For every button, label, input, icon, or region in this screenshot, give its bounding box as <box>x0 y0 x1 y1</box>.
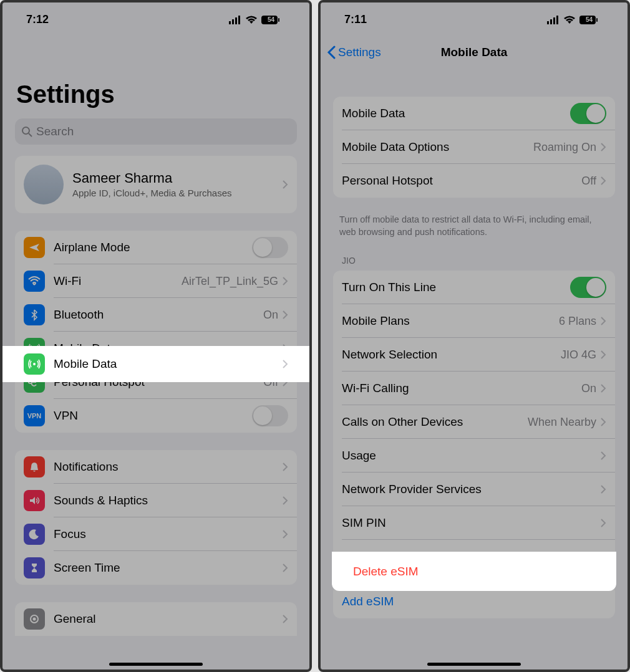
wifi-row[interactable]: Wi-Fi AirTel_TP_Link_5G <box>15 264 297 298</box>
battery-pct: 54 <box>586 16 593 23</box>
vpn-toggle[interactable] <box>252 405 288 426</box>
airplane-icon <box>24 237 45 258</box>
chevron-right-icon <box>282 276 288 286</box>
bluetooth-row[interactable]: Bluetooth On <box>15 298 297 332</box>
hourglass-icon <box>24 557 45 578</box>
row-label: Focus <box>54 527 282 541</box>
calls-other-devices-row[interactable]: Calls on Other Devices When Nearby <box>333 405 615 439</box>
vpn-row[interactable]: VPN VPN <box>15 399 297 433</box>
general-group: General <box>15 602 297 636</box>
status-bar: 7:11 54 <box>321 2 628 37</box>
row-label: Sounds & Haptics <box>54 494 282 507</box>
screen-time-row[interactable]: Screen Time <box>15 551 297 585</box>
row-value: 6 Plans <box>559 315 596 328</box>
mobile-data-options-row[interactable]: Mobile Data Options Roaming On <box>333 130 615 164</box>
status-icons: 54 <box>229 16 291 24</box>
row-label: Usage <box>342 449 600 463</box>
row-label: Network Provider Services <box>342 482 600 496</box>
wifi-icon <box>245 16 258 24</box>
chevron-right-icon <box>282 614 288 624</box>
section-footer: Turn off mobile data to restrict all dat… <box>321 209 628 252</box>
row-value: AirTel_TP_Link_5G <box>182 275 278 288</box>
home-indicator[interactable] <box>109 663 203 666</box>
chevron-right-icon <box>600 350 606 360</box>
row-label: VPN <box>54 409 252 423</box>
personal-hotspot-row[interactable]: Personal Hotspot Off <box>333 164 615 198</box>
mobile-plans-row[interactable]: Mobile Plans 6 Plans <box>333 304 615 338</box>
carrier-group: Turn On This Line Mobile Plans 6 Plans N… <box>333 271 615 574</box>
svg-rect-1 <box>232 19 234 24</box>
apple-id-group: Sameer Sharma Apple ID, iCloud+, Media &… <box>15 156 297 213</box>
row-value: On <box>581 382 596 395</box>
chevron-right-icon <box>600 451 606 461</box>
mobile-data-toggle[interactable] <box>570 103 606 124</box>
notifications-row[interactable]: Notifications <box>15 450 297 484</box>
line-toggle[interactable] <box>570 277 606 298</box>
row-label: Notifications <box>54 460 282 474</box>
row-label: Mobile Data <box>54 357 282 371</box>
search-placeholder: Search <box>36 125 74 138</box>
row-label: Mobile Plans <box>342 314 559 328</box>
section-header: JIO <box>321 252 628 271</box>
status-time: 7:12 <box>26 13 49 26</box>
usage-row[interactable]: Usage <box>333 439 615 473</box>
sounds-row[interactable]: Sounds & Haptics <box>15 484 297 517</box>
mobile-data-highlight[interactable]: Mobile Data <box>2 346 309 382</box>
focus-row[interactable]: Focus <box>15 517 297 551</box>
airplane-toggle[interactable] <box>252 237 288 258</box>
row-label: Screen Time <box>54 561 282 575</box>
svg-rect-14 <box>553 17 555 24</box>
svg-rect-12 <box>547 21 549 24</box>
apple-id-row[interactable]: Sameer Sharma Apple ID, iCloud+, Media &… <box>15 156 297 213</box>
bell-icon <box>24 456 45 478</box>
row-label: Mobile Data <box>342 107 570 120</box>
row-label: Calls on Other Devices <box>342 415 528 429</box>
row-label: SIM PIN <box>342 516 600 530</box>
wifi-calling-row[interactable]: Wi-Fi Calling On <box>333 372 615 405</box>
status-bar: 7:12 54 <box>2 2 309 37</box>
airplane-mode-row[interactable]: Airplane Mode <box>15 231 297 264</box>
bluetooth-icon <box>24 304 45 325</box>
svg-rect-2 <box>235 17 237 24</box>
svg-line-7 <box>29 133 32 137</box>
connectivity-group: Airplane Mode Wi-Fi AirTel_TP_Link_5G Bl… <box>15 231 297 433</box>
chevron-right-icon <box>600 383 606 393</box>
chevron-right-icon <box>600 176 606 186</box>
row-label: Delete eSIM <box>353 565 595 578</box>
chevron-right-icon <box>282 496 288 506</box>
status-icons: 54 <box>547 16 609 24</box>
svg-rect-0 <box>229 21 231 24</box>
wifi-icon <box>563 16 576 24</box>
chevron-right-icon <box>600 142 606 152</box>
sim-pin-row[interactable]: SIM PIN <box>333 506 615 540</box>
row-value: Off <box>581 175 596 188</box>
chevron-right-icon <box>600 484 606 494</box>
chevron-right-icon <box>282 462 288 472</box>
row-label: Wi-Fi Calling <box>342 382 581 395</box>
svg-point-10 <box>33 618 36 621</box>
chevron-right-icon <box>600 316 606 326</box>
row-value: When Nearby <box>528 416 596 429</box>
vpn-icon: VPN <box>24 405 45 426</box>
network-provider-row[interactable]: Network Provider Services <box>333 473 615 506</box>
svg-point-6 <box>22 127 29 134</box>
row-label: Wi-Fi <box>54 274 182 288</box>
apple-id-name: Sameer Sharma <box>72 170 282 186</box>
row-label: Mobile Data Options <box>342 140 533 154</box>
chevron-right-icon <box>282 359 288 369</box>
general-row[interactable]: General <box>15 602 297 636</box>
svg-rect-17 <box>596 18 598 22</box>
gear-icon <box>24 608 45 630</box>
home-indicator[interactable] <box>427 663 521 666</box>
chevron-right-icon <box>600 518 606 528</box>
row-label: Add eSIM <box>342 595 606 608</box>
search-field[interactable]: Search <box>15 118 297 145</box>
mobile-data-screen: 7:11 54 Settings Mobile Data Mobile Data… <box>318 0 630 672</box>
row-value: Roaming On <box>533 141 596 154</box>
network-selection-row[interactable]: Network Selection JIO 4G <box>333 338 615 372</box>
turn-on-line-row[interactable]: Turn On This Line <box>333 271 615 304</box>
mobile-data-toggle-row[interactable]: Mobile Data <box>333 97 615 130</box>
row-label: Bluetooth <box>54 308 263 322</box>
apple-id-sub: Apple ID, iCloud+, Media & Purchases <box>72 188 282 199</box>
delete-esim-highlight[interactable]: Delete eSIM <box>332 552 616 591</box>
